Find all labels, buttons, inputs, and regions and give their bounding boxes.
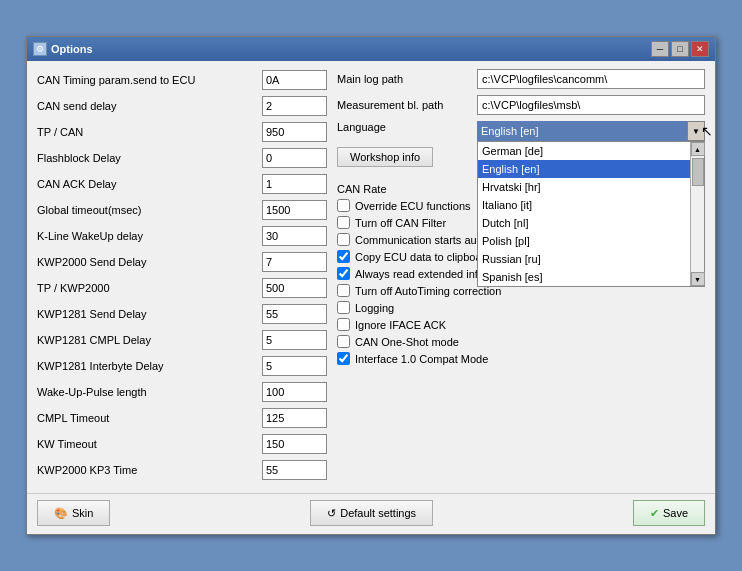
main-log-path-input[interactable]	[477, 69, 705, 89]
language-selected-bar[interactable]: English [en] ▼ ↖	[477, 121, 705, 141]
field-row-11: KWP1281 Interbyte Delay	[37, 355, 327, 377]
default-settings-icon: ↺	[327, 507, 336, 520]
language-row: Language English [en] ▼ ↖ German [de]	[337, 121, 705, 141]
field-input-6[interactable]	[262, 226, 327, 246]
bottom-bar: 🎨 Skin ↺ Default settings ✔ Save	[27, 493, 715, 534]
field-label-13: CMPL Timeout	[37, 412, 262, 424]
field-row-1: CAN send delay	[37, 95, 327, 117]
field-label-14: KW Timeout	[37, 438, 262, 450]
skin-button-label: Skin	[72, 507, 93, 519]
default-settings-label: Default settings	[340, 507, 416, 519]
checkbox-ignore-iface-ack[interactable]	[337, 318, 350, 331]
lang-option-es[interactable]: Spanish [es]	[478, 268, 690, 286]
close-button[interactable]: ✕	[691, 41, 709, 57]
lang-option-nl[interactable]: Dutch [nl]	[478, 214, 690, 232]
left-column: CAN Timing param.send to ECU CAN send de…	[37, 69, 327, 485]
measurement-path-row: Measurement bl. path	[337, 95, 705, 115]
field-row-4: CAN ACK Delay	[37, 173, 327, 195]
checkbox-always-read-ext[interactable]	[337, 267, 350, 280]
field-input-10[interactable]	[262, 330, 327, 350]
scroll-up-button[interactable]: ▲	[691, 142, 705, 156]
field-input-14[interactable]	[262, 434, 327, 454]
field-input-5[interactable]	[262, 200, 327, 220]
checkbox-label-always-read-ext: Always read extended info	[355, 268, 484, 280]
save-button[interactable]: ✔ Save	[633, 500, 705, 526]
workshop-info-button[interactable]: Workshop info	[337, 147, 433, 167]
checkbox-label-ignore-iface-ack: Ignore IFACE ACK	[355, 319, 446, 331]
lang-option-en[interactable]: English [en]	[478, 160, 690, 178]
lang-option-de[interactable]: German [de]	[478, 142, 690, 160]
lang-option-hr[interactable]: Hrvatski [hr]	[478, 178, 690, 196]
field-row-14: KW Timeout	[37, 433, 327, 455]
field-input-11[interactable]	[262, 356, 327, 376]
checkbox-interface-compat[interactable]	[337, 352, 350, 365]
skin-button[interactable]: 🎨 Skin	[37, 500, 110, 526]
window-title: Options	[51, 43, 93, 55]
language-list-with-scroll: German [de] English [en] Hrvatski [hr] I…	[478, 142, 704, 286]
field-input-0[interactable]	[262, 70, 327, 90]
language-dropdown-container: English [en] ▼ ↖ German [de] English [en…	[477, 121, 705, 141]
checkbox-comm-starts-auto[interactable]	[337, 233, 350, 246]
checkbox-label-can-one-shot: CAN One-Shot mode	[355, 336, 459, 348]
field-input-8[interactable]	[262, 278, 327, 298]
field-input-7[interactable]	[262, 252, 327, 272]
lang-option-ru[interactable]: Russian [ru]	[478, 250, 690, 268]
field-row-2: TP / CAN	[37, 121, 327, 143]
checkbox-label-logging: Logging	[355, 302, 394, 314]
checkbox-turn-off-autotiming[interactable]	[337, 284, 350, 297]
field-input-9[interactable]	[262, 304, 327, 324]
checkbox-row-interface-compat: Interface 1.0 Compat Mode	[337, 352, 705, 365]
field-row-13: CMPL Timeout	[37, 407, 327, 429]
language-dropdown-list: German [de] English [en] Hrvatski [hr] I…	[477, 141, 705, 287]
left-fields: CAN Timing param.send to ECU CAN send de…	[37, 69, 327, 481]
skin-icon: 🎨	[54, 507, 68, 520]
main-log-path-label: Main log path	[337, 73, 477, 85]
checkbox-logging[interactable]	[337, 301, 350, 314]
minimize-button[interactable]: ─	[651, 41, 669, 57]
checkbox-row-logging: Logging	[337, 301, 705, 314]
field-input-2[interactable]	[262, 122, 327, 142]
scroll-down-button[interactable]: ▼	[691, 272, 705, 286]
language-selected-text: English [en]	[477, 121, 687, 141]
language-dropdown-arrow[interactable]: ▼	[687, 121, 705, 141]
field-input-3[interactable]	[262, 148, 327, 168]
field-label-0: CAN Timing param.send to ECU	[37, 74, 262, 86]
lang-option-pl[interactable]: Polish [pl]	[478, 232, 690, 250]
checkbox-override-ecu[interactable]	[337, 199, 350, 212]
field-input-1[interactable]	[262, 96, 327, 116]
field-input-13[interactable]	[262, 408, 327, 428]
checkbox-turn-off-can-filter[interactable]	[337, 216, 350, 229]
checkbox-copy-ecu-data[interactable]	[337, 250, 350, 263]
checkbox-row-can-one-shot: CAN One-Shot mode	[337, 335, 705, 348]
measurement-path-input[interactable]	[477, 95, 705, 115]
checkbox-label-copy-ecu-data: Copy ECU data to clipboard	[355, 251, 491, 263]
language-scrollbar: ▲ ▼	[690, 142, 704, 286]
window-icon: ⚙	[33, 42, 47, 56]
checkbox-can-one-shot[interactable]	[337, 335, 350, 348]
field-row-3: Flashblock Delay	[37, 147, 327, 169]
field-label-4: CAN ACK Delay	[37, 178, 262, 190]
checkbox-row-ignore-iface-ack: Ignore IFACE ACK	[337, 318, 705, 331]
title-bar: ⚙ Options ─ □ ✕	[27, 37, 715, 61]
field-label-15: KWP2000 KP3 Time	[37, 464, 262, 476]
field-label-8: TP / KWP2000	[37, 282, 262, 294]
right-column: Main log path Measurement bl. path Langu…	[337, 69, 705, 485]
main-layout: CAN Timing param.send to ECU CAN send de…	[37, 69, 705, 485]
save-button-label: Save	[663, 507, 688, 519]
field-row-5: Global timeout(msec)	[37, 199, 327, 221]
save-icon: ✔	[650, 507, 659, 520]
field-input-4[interactable]	[262, 174, 327, 194]
field-row-8: TP / KWP2000	[37, 277, 327, 299]
field-input-15[interactable]	[262, 460, 327, 480]
maximize-button[interactable]: □	[671, 41, 689, 57]
scroll-thumb[interactable]	[692, 158, 704, 186]
default-settings-button[interactable]: ↺ Default settings	[310, 500, 433, 526]
lang-option-it[interactable]: Italiano [it]	[478, 196, 690, 214]
content-area: CAN Timing param.send to ECU CAN send de…	[27, 61, 715, 493]
field-label-10: KWP1281 CMPL Delay	[37, 334, 262, 346]
field-row-10: KWP1281 CMPL Delay	[37, 329, 327, 351]
field-row-6: K-Line WakeUp delay	[37, 225, 327, 247]
checkbox-label-turn-off-can-filter: Turn off CAN Filter	[355, 217, 446, 229]
field-input-12[interactable]	[262, 382, 327, 402]
checkbox-label-interface-compat: Interface 1.0 Compat Mode	[355, 353, 488, 365]
